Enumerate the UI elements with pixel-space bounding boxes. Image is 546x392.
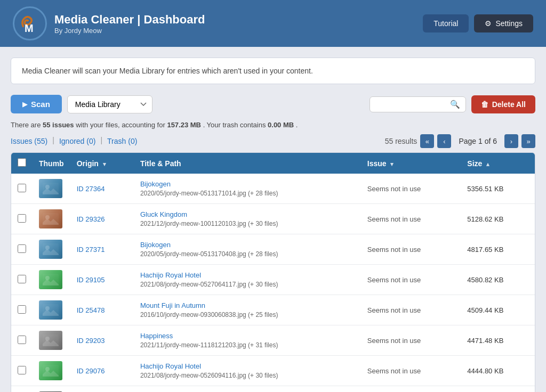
file-size: 157.23 MB xyxy=(167,121,201,129)
row-checkbox-29203[interactable] xyxy=(18,336,26,344)
origin-col-header[interactable]: Origin ▾ xyxy=(70,153,134,174)
size-col-header[interactable]: Size ▴ xyxy=(461,153,535,174)
origin-link[interactable]: ID 29326 xyxy=(77,215,105,223)
row-checkbox-cell[interactable] xyxy=(11,356,33,386)
row-checkbox-29326[interactable] xyxy=(18,214,26,223)
scan-button[interactable]: ▶ Scan xyxy=(11,95,62,113)
issue-col-header[interactable]: Issue ▾ xyxy=(361,153,461,174)
ignored-link[interactable]: Ignored (0) xyxy=(59,137,96,145)
thumbnail-image xyxy=(39,331,62,350)
thumbnail-cell xyxy=(33,295,70,325)
issue-cell: Seems not in use xyxy=(361,234,461,265)
trash-link[interactable]: Trash (0) xyxy=(107,137,137,145)
origin-link[interactable]: ID 25478 xyxy=(77,306,105,314)
size-cell: 4580.82 KB xyxy=(461,265,535,295)
stats-prefix: There are xyxy=(11,121,43,129)
title-link[interactable]: Gluck Kingdom xyxy=(140,210,355,218)
gear-icon: ⚙ xyxy=(485,19,492,28)
app-subtitle: By Jordy Meow xyxy=(54,27,205,35)
search-box: 🔍 xyxy=(370,96,466,112)
title-link[interactable]: Mount Fuji in Autumn xyxy=(140,301,355,309)
row-checkbox-25478[interactable] xyxy=(18,305,26,314)
settings-button[interactable]: ⚙ Settings xyxy=(474,14,533,32)
row-checkbox-27371[interactable] xyxy=(18,244,26,253)
select-all-header[interactable] xyxy=(11,153,33,174)
toolbar: ▶ Scan Media Library All Uploads 🔍 🗑 Del… xyxy=(11,95,535,113)
origin-header-label: Origin xyxy=(77,159,99,168)
library-dropdown[interactable]: Media Library All Uploads xyxy=(67,95,152,113)
file-path: 2016/10/jordy-meow-0930060838.jpg (+ 25 … xyxy=(140,311,278,318)
row-checkbox-cell[interactable] xyxy=(11,325,33,356)
issue-cell: Seems not in use xyxy=(361,204,461,234)
origin-link[interactable]: ID 29203 xyxy=(77,337,105,345)
svg-text:M: M xyxy=(25,22,34,34)
row-checkbox-cell[interactable] xyxy=(11,204,33,234)
size-cell: 4444.80 KB xyxy=(461,356,535,386)
origin-link[interactable]: ID 27371 xyxy=(77,246,105,254)
row-checkbox-cell[interactable] xyxy=(11,265,33,295)
stats-end: . xyxy=(296,121,298,129)
row-checkbox-cell[interactable] xyxy=(11,174,33,204)
tutorial-button[interactable]: Tutorial xyxy=(423,14,469,32)
title-path-cell: Mount Fuji in Autumn 2016/10/jordy-meow-… xyxy=(134,295,361,325)
thumb-col-header: Thumb xyxy=(33,153,70,174)
table-row: ID 29076 Hachijo Royal Hotel 2021/08/jor… xyxy=(11,356,535,386)
last-page-button[interactable]: » xyxy=(521,134,535,148)
delete-all-button[interactable]: 🗑 Delete All xyxy=(471,95,535,113)
origin-cell: ID 29076 xyxy=(70,356,134,386)
title-path-cell: Gluck Kingdom 2021/12/jordy-meow-1001120… xyxy=(134,204,361,234)
tab-trash[interactable]: Trash (0) xyxy=(107,136,137,146)
search-icon: 🔍 xyxy=(450,100,460,109)
issue-cell: Seems not in use xyxy=(361,174,461,204)
origin-cell: ID 28816 xyxy=(70,386,134,393)
issue-cell: Seems not in use xyxy=(361,356,461,386)
origin-link[interactable]: ID 29105 xyxy=(77,276,105,284)
svg-point-15 xyxy=(45,367,50,371)
size-cell: 4471.48 KB xyxy=(461,325,535,356)
origin-link[interactable]: ID 27364 xyxy=(77,185,105,193)
origin-link[interactable]: ID 29076 xyxy=(77,367,105,375)
search-input[interactable] xyxy=(375,100,450,109)
tab-issues[interactable]: Issues (55) xyxy=(11,136,47,146)
row-checkbox-cell[interactable] xyxy=(11,295,33,325)
prev-page-button[interactable]: ‹ xyxy=(437,134,451,148)
issues-link[interactable]: Issues (55) xyxy=(11,137,47,145)
thumbnail-cell xyxy=(33,356,70,386)
title-path-cell: Hachijo Royal Hotel 2021/08/jordy-meow-0… xyxy=(134,265,361,295)
issues-count: 55 issues xyxy=(43,121,74,129)
size-cell: 4509.44 KB xyxy=(461,295,535,325)
trash-size: 0.00 MB xyxy=(268,121,294,129)
results-table: Thumb Origin ▾ Title & Path Issue ▾ Size xyxy=(11,153,535,392)
title-link[interactable]: Hachijo Royal Hotel xyxy=(140,271,355,279)
table-row: ID 28816 Nagoro: Village of the Dolls 20… xyxy=(11,386,535,393)
title-link[interactable]: Bijokogen xyxy=(140,180,355,188)
title-path-cell: Hachijo Royal Hotel 2021/08/jordy-meow-0… xyxy=(134,356,361,386)
table-row: ID 27364 Bijokogen 2020/05/jordy-meow-05… xyxy=(11,174,535,204)
table-row: ID 29326 Gluck Kingdom 2021/12/jordy-meo… xyxy=(11,204,535,234)
issues-tab-count: 55 xyxy=(37,137,45,145)
title-header-label: Title & Path xyxy=(140,159,181,168)
tab-ignored[interactable]: Ignored (0) xyxy=(59,136,96,146)
row-checkbox-cell[interactable] xyxy=(11,234,33,265)
row-checkbox-27364[interactable] xyxy=(18,184,26,192)
row-checkbox-cell[interactable] xyxy=(11,386,33,393)
title-link[interactable]: Happiness xyxy=(140,332,355,340)
select-all-checkbox[interactable] xyxy=(18,158,26,167)
table-row: ID 27371 Bijokogen 2020/05/jordy-meow-05… xyxy=(11,234,535,265)
svg-point-5 xyxy=(45,215,50,219)
row-checkbox-29105[interactable] xyxy=(18,275,26,283)
next-page-button[interactable]: › xyxy=(504,134,518,148)
pagination: 55 results « ‹ Page 1 of 6 › » xyxy=(385,134,535,148)
header: M Media Cleaner | Dashboard By Jordy Meo… xyxy=(0,0,546,47)
first-page-button[interactable]: « xyxy=(420,134,434,148)
title-link[interactable]: Hachijo Royal Hotel xyxy=(140,362,355,370)
stats-mid: with your files, accounting for xyxy=(76,121,167,129)
table-body: ID 27364 Bijokogen 2020/05/jordy-meow-05… xyxy=(11,174,535,392)
thumbnail-image xyxy=(39,300,62,320)
header-actions: Tutorial ⚙ Settings xyxy=(423,14,533,32)
row-checkbox-29076[interactable] xyxy=(18,366,26,374)
size-sort-icon: ▴ xyxy=(486,161,489,167)
origin-sort-icon: ▾ xyxy=(103,161,106,167)
title-link[interactable]: Bijokogen xyxy=(140,241,355,249)
thumbnail-image xyxy=(39,179,62,198)
